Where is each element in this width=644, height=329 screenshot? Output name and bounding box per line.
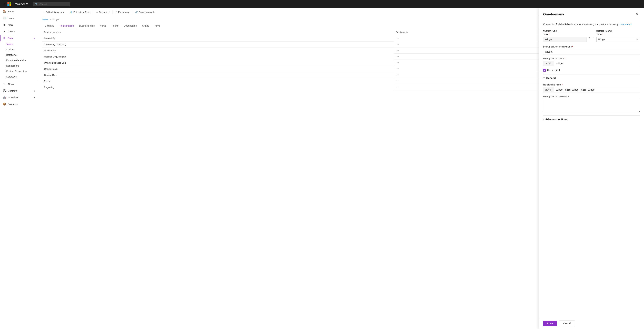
search-box[interactable]: 🔍 <box>33 2 70 6</box>
relationship-name-label: Relationship name* <box>543 83 640 86</box>
relation-row: Current (One) Table* Widget 1 — * Relate… <box>543 30 640 42</box>
sidebar-label-ai-builder: AI Builder <box>8 96 18 99</box>
tab-business-rules[interactable]: Business rules <box>76 23 97 29</box>
lookup-desc-textarea[interactable] <box>543 99 640 112</box>
sidebar: 🏠 Home 📖 Learn ⊞ Apps ＋ Create 🗄 Data ∧ … <box>0 8 38 329</box>
row-menu[interactable]: ••• <box>396 68 399 70</box>
related-table-label: Table* <box>596 33 640 36</box>
lookup-desc-label: Lookup column description <box>543 95 640 98</box>
cell-display-name: Modified By <box>42 48 394 54</box>
sidebar-label-solutions: Solutions <box>8 103 18 106</box>
search-input[interactable] <box>39 3 68 6</box>
general-section-header[interactable]: ∨ General <box>543 74 640 81</box>
related-table-select[interactable]: Widget <box>596 37 640 42</box>
top-nav: ☰ Power Apps 🔍 <box>0 0 644 8</box>
panel-description: Choose the Related table from which to c… <box>543 23 640 26</box>
breadcrumb-parent[interactable]: Tables <box>42 18 48 21</box>
tab-keys[interactable]: Keys <box>152 23 162 29</box>
sidebar-item-choices[interactable]: Choices <box>0 47 38 52</box>
sidebar-item-chatbots[interactable]: 💬 Chatbots ∨ <box>0 88 38 94</box>
sidebar-label-gateways: Gateways <box>6 75 16 78</box>
current-table-label: Table* <box>543 33 587 36</box>
row-menu[interactable]: ••• <box>396 49 399 52</box>
sidebar-item-create[interactable]: ＋ Create <box>0 28 38 35</box>
cancel-button[interactable]: Cancel <box>559 320 575 326</box>
cell-display-name: Owning Team <box>42 66 394 72</box>
flows-icon: ↻ <box>3 83 6 86</box>
hierarchical-label: Hierarchical <box>547 69 560 72</box>
cell-display-name: Created By (Delegate) <box>42 41 394 48</box>
sidebar-item-ai-builder[interactable]: 🤖 AI Builder ∨ <box>0 94 38 101</box>
row-menu[interactable]: ••• <box>396 61 399 64</box>
tab-dashboards[interactable]: Dashboards <box>121 23 140 29</box>
tab-charts[interactable]: Charts <box>140 23 152 29</box>
relationship-name-input[interactable] <box>554 87 640 92</box>
export-data-button[interactable]: ↗ Export data <box>114 10 132 15</box>
tab-relationships[interactable]: Relationships <box>57 23 76 29</box>
sidebar-item-gateways[interactable]: Gateways <box>0 74 38 79</box>
advanced-section-header[interactable]: › Advanced options <box>543 116 640 123</box>
export-icon: ↗ <box>116 11 117 14</box>
row-menu[interactable]: ••• <box>396 80 399 82</box>
tab-columns[interactable]: Columns <box>42 23 57 29</box>
panel-header: One-to-many ✕ <box>539 8 644 19</box>
get-data-button[interactable]: ⬇ Get data ∨ <box>94 10 112 15</box>
sidebar-label-connections: Connections <box>6 65 19 67</box>
sidebar-label-tables: Tables <box>6 43 13 46</box>
panel-close-button[interactable]: ✕ <box>634 12 640 17</box>
tab-forms[interactable]: Forms <box>109 23 121 29</box>
relationship-name-input-group: cr25d_ <box>543 87 640 92</box>
sidebar-label-learn: Learn <box>8 17 14 20</box>
col-header-display-name[interactable]: Display name ↑ ⌄ <box>42 29 394 35</box>
row-menu[interactable]: ••• <box>396 86 399 88</box>
row-menu[interactable]: ••• <box>396 37 399 40</box>
sidebar-item-data[interactable]: 🗄 Data ∧ <box>0 35 38 41</box>
breadcrumb-current: Widget <box>52 18 59 21</box>
sidebar-item-apps[interactable]: ⊞ Apps <box>0 21 38 28</box>
tab-views[interactable]: Views <box>97 23 109 29</box>
sidebar-item-dataflows[interactable]: Dataflows <box>0 52 38 58</box>
done-button[interactable]: Done <box>543 321 557 326</box>
ai-builder-icon: 🤖 <box>3 96 6 99</box>
sidebar-item-learn[interactable]: 📖 Learn <box>0 15 38 21</box>
export-data-label: Export data <box>118 11 130 14</box>
sidebar-label-apps: Apps <box>8 24 13 26</box>
add-relationship-button[interactable]: ＋ Add relationship ∨ <box>41 10 66 15</box>
sidebar-item-custom-connectors[interactable]: Custom Connectors <box>0 69 38 74</box>
sidebar-item-flows[interactable]: ↻ Flows <box>0 81 38 88</box>
hamburger-icon[interactable]: ☰ <box>3 2 6 6</box>
filter-icon[interactable]: ⌄ <box>60 31 61 33</box>
edit-data-excel-button[interactable]: 📊 Edit data in Excel <box>68 10 92 15</box>
export-to-data-button[interactable]: 🔗 Export to data l... <box>133 10 158 15</box>
panel-title: One-to-many <box>543 12 564 16</box>
toolbar-separator-3 <box>112 10 113 14</box>
solutions-icon: 📦 <box>3 102 6 106</box>
learn-icon: 📖 <box>3 17 6 20</box>
row-menu[interactable]: ••• <box>396 43 399 46</box>
ms-logo <box>8 2 11 6</box>
home-icon: 🏠 <box>3 10 6 13</box>
sidebar-item-home[interactable]: 🏠 Home <box>0 8 38 15</box>
lookup-display-label: Lookup column display name* <box>543 46 640 48</box>
row-menu[interactable]: ••• <box>396 55 399 58</box>
hierarchical-checkbox[interactable] <box>543 69 546 72</box>
panel-footer: Done Cancel <box>539 318 644 329</box>
get-data-label: Get data <box>99 11 108 14</box>
edit-data-excel-label: Edit data in Excel <box>74 11 90 14</box>
sidebar-label-export-to-data-lake: Export to data lake <box>6 59 26 62</box>
current-table-value: Widget <box>543 37 587 42</box>
sidebar-item-connections[interactable]: Connections <box>0 63 38 69</box>
learn-more-link[interactable]: Learn more <box>620 23 632 26</box>
sort-up-icon: ↑ <box>58 31 59 33</box>
export-to-data-icon: 🔗 <box>135 11 138 14</box>
general-section-title: General <box>546 77 556 79</box>
cell-display-name: Record <box>42 78 394 84</box>
sidebar-item-solutions[interactable]: 📦 Solutions <box>0 101 38 107</box>
lookup-display-input[interactable] <box>543 49 640 55</box>
row-menu[interactable]: ••• <box>396 74 399 76</box>
sidebar-item-export-to-data-lake[interactable]: Export to data lake <box>0 58 38 63</box>
lookup-name-input[interactable] <box>554 61 640 66</box>
add-relationship-label: Add relationship <box>46 11 62 14</box>
sidebar-item-tables[interactable]: Tables <box>0 41 38 47</box>
sidebar-divider <box>0 80 38 80</box>
